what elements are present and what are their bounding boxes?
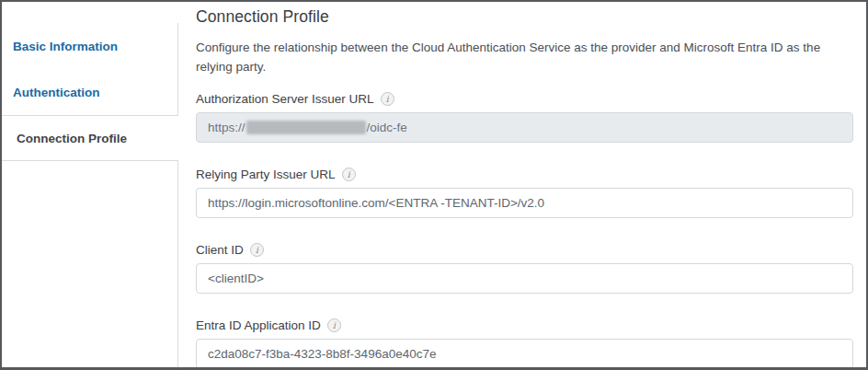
url-prefix: https:// — [208, 121, 246, 134]
client-id-input[interactable] — [196, 263, 853, 294]
redaction-blur — [246, 121, 366, 134]
sidebar: Basic Information Authentication Connect… — [2, 2, 178, 367]
page-description: Configure the relationship between the C… — [196, 38, 853, 76]
sidebar-divider — [2, 161, 178, 367]
relying-party-issuer-url-label: Relying Party Issuer URL — [196, 168, 336, 181]
relying-party-issuer-url-input[interactable] — [196, 188, 853, 218]
entra-id-application-id-input[interactable] — [196, 339, 853, 367]
info-icon[interactable]: i — [381, 92, 394, 106]
field-authorization-server-issuer-url: Authorization Server Issuer URL i https:… — [196, 92, 853, 143]
label-row: Relying Party Issuer URL i — [196, 168, 853, 181]
sidebar-item-connection-profile[interactable]: Connection Profile — [2, 115, 178, 161]
label-row: Entra ID Application ID i — [196, 318, 853, 332]
info-icon[interactable]: i — [327, 318, 341, 332]
page-title: Connection Profile — [196, 7, 853, 27]
authorization-server-issuer-url-label: Authorization Server Issuer URL — [196, 92, 374, 106]
field-client-id: Client ID i — [196, 243, 853, 294]
field-entra-id-application-id: Entra ID Application ID i — [196, 318, 853, 367]
field-relying-party-issuer-url: Relying Party Issuer URL i — [196, 168, 853, 218]
main-content: Connection Profile Configure the relatio… — [178, 2, 866, 367]
entra-id-application-id-label: Entra ID Application ID — [196, 318, 321, 332]
connection-profile-page: Basic Information Authentication Connect… — [0, 0, 868, 370]
url-suffix: /oidc-fe — [367, 121, 407, 134]
sidebar-item-basic-information[interactable]: Basic Information — [2, 23, 178, 69]
sidebar-item-authentication[interactable]: Authentication — [2, 69, 178, 115]
label-row: Client ID i — [196, 243, 853, 257]
authorization-server-issuer-url-input: https:// /oidc-fe — [196, 112, 853, 143]
info-icon[interactable]: i — [250, 243, 264, 257]
client-id-label: Client ID — [196, 243, 244, 257]
label-row: Authorization Server Issuer URL i — [196, 92, 853, 106]
info-icon[interactable]: i — [342, 168, 356, 181]
